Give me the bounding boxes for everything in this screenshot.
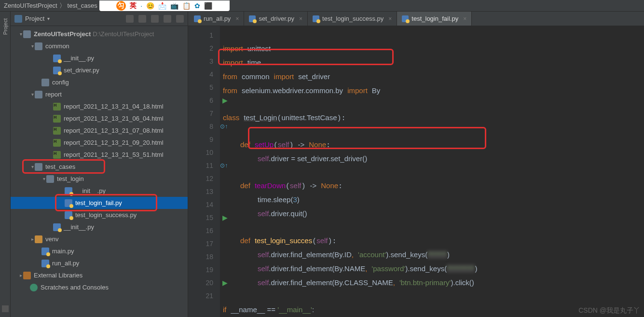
watermark-text: CSDN @我是丸子丫 bbox=[578, 306, 640, 315]
tree-file[interactable]: report_2021_12_13_21_06_04.html bbox=[11, 112, 188, 124]
tree-file[interactable]: report_2021_12_13_21_04_18.html bbox=[11, 100, 188, 112]
tree-folder-test-login[interactable]: ▾test_login bbox=[11, 173, 188, 185]
folder-icon bbox=[35, 235, 42, 243]
folder-icon bbox=[46, 175, 54, 183]
python-file-icon bbox=[41, 260, 49, 267]
project-icon bbox=[14, 15, 22, 23]
html-file-icon bbox=[53, 115, 61, 123]
tree-file[interactable]: report_2021_12_13_21_09_20.html bbox=[11, 137, 188, 149]
tree-file[interactable]: __init__.py bbox=[11, 221, 188, 233]
project-panel-title: Project bbox=[25, 15, 44, 22]
python-file-icon bbox=[249, 15, 256, 22]
highlight-box bbox=[218, 49, 394, 65]
tree-folder-test-cases[interactable]: ▾test_cases bbox=[11, 161, 188, 173]
python-file-icon bbox=[402, 15, 409, 22]
tool-window-rail: Project bbox=[0, 12, 11, 317]
python-file-icon bbox=[41, 248, 49, 255]
dropdown-icon[interactable]: ▾ bbox=[47, 16, 50, 21]
editor-tabs: run_all.py× set_driver.py× test_login_su… bbox=[188, 12, 644, 26]
folder-icon bbox=[41, 79, 49, 86]
breadcrumb-file[interactable]: test_cases bbox=[68, 2, 97, 9]
project-tree[interactable]: ▾ZentoUITestProjectD:\ZentoUITestProject… bbox=[11, 26, 188, 317]
chevron-right-icon: 〉 bbox=[59, 1, 66, 10]
tree-folder-report[interactable]: ▾report bbox=[11, 88, 188, 100]
tree-scratches[interactable]: Scratches and Consoles bbox=[11, 281, 188, 293]
python-file-icon bbox=[313, 15, 319, 22]
tree-folder-common[interactable]: ▾common bbox=[11, 40, 188, 52]
collapse-all-icon[interactable] bbox=[151, 15, 159, 23]
hide-icon[interactable] bbox=[176, 15, 184, 23]
close-icon[interactable]: × bbox=[388, 15, 392, 22]
html-file-icon bbox=[53, 103, 61, 110]
tree-file[interactable]: __init__.py bbox=[11, 52, 188, 64]
project-panel-header: Project ▾ bbox=[11, 12, 188, 26]
python-file-icon bbox=[53, 55, 61, 62]
expand-all-icon[interactable] bbox=[138, 15, 146, 23]
tree-external-libs[interactable]: ▸External Libraries bbox=[11, 269, 188, 281]
project-tool-tab[interactable]: Project bbox=[2, 18, 8, 35]
html-file-icon bbox=[53, 139, 61, 147]
python-file-icon bbox=[53, 223, 61, 231]
browser-extension-bar: 匀 英 · 😊📩📺📋✿⬛ bbox=[99, 0, 230, 11]
python-file-icon bbox=[65, 199, 72, 207]
tree-root[interactable]: ▾ZentoUITestProjectD:\ZentoUITestProject bbox=[11, 28, 188, 40]
tree-folder-venv[interactable]: ▸venv bbox=[11, 233, 188, 245]
folder-icon bbox=[35, 42, 42, 50]
html-file-icon bbox=[53, 127, 61, 135]
tree-file[interactable]: report_2021_12_13_21_53_51.html bbox=[11, 149, 188, 161]
python-file-icon bbox=[65, 187, 72, 195]
tree-file[interactable]: run_all.py bbox=[11, 257, 188, 269]
editor-tab[interactable]: test_login_success.py× bbox=[308, 12, 397, 26]
folder-icon bbox=[35, 91, 42, 98]
editor-tab[interactable]: run_all.py× bbox=[189, 12, 244, 26]
tree-file[interactable]: set_driver.py bbox=[11, 64, 188, 76]
tree-file[interactable]: main.py bbox=[11, 245, 188, 257]
tree-file-selected[interactable]: test_login_fail.py bbox=[11, 197, 188, 209]
close-icon[interactable]: × bbox=[463, 15, 466, 22]
code-editor[interactable]: import unittest import time from common … bbox=[220, 26, 644, 317]
library-icon bbox=[23, 272, 31, 279]
tree-file[interactable]: report_2021_12_13_21_07_08.html bbox=[11, 124, 188, 137]
project-tool-window: Project ▾ ▾ZentoUITestProjectD:\ZentoUIT… bbox=[11, 12, 188, 317]
python-file-icon bbox=[194, 15, 201, 22]
editor-tab[interactable]: set_driver.py× bbox=[244, 12, 308, 26]
close-icon[interactable]: × bbox=[299, 15, 302, 22]
scratch-icon bbox=[30, 284, 38, 291]
line-number-gutter[interactable]: 123456789101112131415161718192021 ▶ ⊙↑ ⊙… bbox=[188, 26, 220, 317]
gear-icon[interactable] bbox=[164, 15, 171, 23]
close-icon[interactable]: × bbox=[235, 15, 239, 22]
editor-area: run_all.py× set_driver.py× test_login_su… bbox=[188, 12, 644, 317]
tree-file[interactable]: __init__.py bbox=[11, 185, 188, 197]
breadcrumb-project[interactable]: ZentoUITestProject bbox=[4, 2, 57, 9]
structure-icon[interactable] bbox=[2, 305, 9, 312]
editor-tab-active[interactable]: test_login_fail.py× bbox=[397, 12, 472, 26]
tree-file[interactable]: test_login_success.py bbox=[11, 209, 188, 221]
folder-icon bbox=[23, 30, 31, 38]
locate-icon[interactable] bbox=[126, 15, 134, 23]
folder-icon bbox=[35, 163, 42, 171]
tree-folder-config[interactable]: config bbox=[11, 76, 188, 88]
python-file-icon bbox=[53, 67, 61, 74]
breadcrumb: ZentoUITestProject 〉 test_cases 匀 英 · 😊📩… bbox=[0, 0, 644, 12]
python-file-icon bbox=[65, 211, 72, 219]
html-file-icon bbox=[53, 151, 61, 159]
